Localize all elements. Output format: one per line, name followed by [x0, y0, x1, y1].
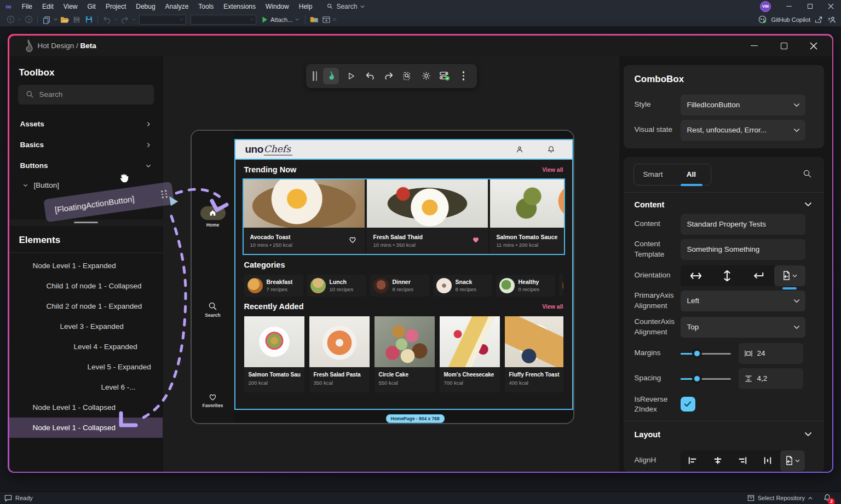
- menu-edit[interactable]: Edit: [37, 0, 59, 13]
- content-input[interactable]: Standard Property Tests: [681, 214, 805, 235]
- sync-solution-explorer-button[interactable]: [320, 14, 332, 25]
- chevron-down-icon[interactable]: [54, 18, 57, 21]
- element-row[interactable]: Level 4 - Expanded: [9, 337, 163, 357]
- spacing-value-box[interactable]: 4,2: [739, 368, 803, 389]
- feedback-icon[interactable]: [4, 495, 12, 502]
- toolbox-search-input[interactable]: [39, 90, 138, 99]
- hd-minimize-button[interactable]: [744, 38, 765, 54]
- element-row[interactable]: Child 1 of node 1 - Collapsed: [9, 276, 163, 296]
- recent-card[interactable]: Fresh Salad Pasta350 kcal: [309, 316, 370, 392]
- align-stretch-icon[interactable]: [755, 450, 780, 471]
- recent-view-all[interactable]: View all: [542, 303, 563, 310]
- more-options-button[interactable]: [454, 66, 472, 86]
- heart-filled-icon[interactable]: [471, 235, 480, 244]
- notifications-button[interactable]: 2: [823, 494, 831, 503]
- solution-configurations-dropdown[interactable]: [139, 15, 186, 25]
- close-button[interactable]: [820, 0, 841, 13]
- orientation-horizontal-icon[interactable]: [681, 265, 712, 286]
- hd-maximize-button[interactable]: [773, 38, 795, 54]
- menu-debug[interactable]: Debug: [131, 0, 160, 13]
- recent-card[interactable]: Mom's Cheesecake700 kcal: [440, 316, 500, 392]
- find-in-files-button[interactable]: [308, 14, 320, 25]
- select-repository-button[interactable]: Select Repository: [758, 495, 805, 501]
- zoom-to-fit-button[interactable]: [399, 66, 416, 86]
- app-nav-home[interactable]: [200, 206, 226, 220]
- visual-state-dropdown[interactable]: Rest, unfocused, Error...: [681, 120, 805, 141]
- redo-button[interactable]: [380, 66, 398, 86]
- margins-slider[interactable]: [681, 349, 731, 358]
- element-row[interactable]: Child 2 of node 1 - Expanded: [9, 296, 163, 316]
- toolbox-section-basics[interactable]: Basics: [9, 136, 163, 154]
- hd-close-button[interactable]: [803, 38, 825, 54]
- category-chip[interactable]: Lunch10 recipes: [307, 275, 366, 297]
- category-chip[interactable]: Healthy0 recipes: [496, 275, 555, 297]
- menu-tools[interactable]: Tools: [193, 0, 218, 13]
- solution-platforms-dropdown[interactable]: [191, 15, 256, 25]
- new-project-button[interactable]: [41, 14, 53, 25]
- spacing-slider[interactable]: [681, 374, 731, 383]
- maximize-button[interactable]: [799, 0, 820, 13]
- category-chip[interactable]: Dinner8 recipes: [370, 275, 429, 297]
- content-template-input[interactable]: Something Something: [681, 239, 805, 260]
- avatar[interactable]: VM: [760, 1, 771, 12]
- menu-extensions[interactable]: Extensions: [218, 0, 261, 13]
- copilot-label[interactable]: GitHub Copilot: [771, 16, 810, 23]
- style-dropdown[interactable]: FilledIconButton: [681, 95, 805, 115]
- chevron-down-icon[interactable]: [18, 18, 21, 21]
- device-preview[interactable]: Home Search Favorites unoChefs: [191, 130, 574, 424]
- toolbox-section-buttons[interactable]: Buttons: [9, 157, 163, 175]
- element-row[interactable]: Level 6 -...: [9, 377, 163, 397]
- margins-value-box[interactable]: 24: [739, 343, 803, 364]
- send-feedback-icon[interactable]: [827, 16, 836, 24]
- profile-icon[interactable]: [516, 146, 523, 153]
- toolbar-overflow-icon[interactable]: [332, 18, 337, 22]
- recent-card[interactable]: Salmon Tomato Sau200 kcal: [244, 316, 304, 392]
- search-icon[interactable]: [192, 302, 234, 311]
- menu-help[interactable]: Help: [294, 0, 318, 13]
- menu-analyze[interactable]: Analyze: [160, 0, 194, 13]
- theme-toggle-button[interactable]: [417, 66, 435, 86]
- save-all-button[interactable]: [83, 14, 95, 25]
- attach-button[interactable]: Attach...: [262, 16, 299, 23]
- menu-window[interactable]: Window: [261, 0, 294, 13]
- align-right-icon[interactable]: [730, 450, 756, 471]
- recent-card[interactable]: Fluffy French Toast400 kcal: [505, 316, 563, 392]
- trending-card[interactable]: Avocado Toast 10 mins • 250 kcal: [244, 179, 365, 254]
- heart-outline-icon[interactable]: [348, 235, 357, 244]
- chevron-down-icon[interactable]: [114, 18, 118, 21]
- hot-design-mode-button[interactable]: [323, 68, 339, 84]
- element-row-selected[interactable]: Node Level 1 - Collapsed: [9, 418, 163, 438]
- element-row[interactable]: Level 3 - Expanded: [9, 316, 163, 337]
- orientation-wrap-icon[interactable]: [743, 265, 774, 286]
- minimize-button[interactable]: [779, 0, 799, 13]
- isreverse-zindex-checkbox[interactable]: [681, 397, 695, 412]
- orientation-vertical-icon[interactable]: [712, 265, 743, 286]
- heart-icon[interactable]: [192, 392, 234, 401]
- menu-git[interactable]: Git: [83, 0, 101, 13]
- navigate-forward-button[interactable]: [22, 14, 34, 25]
- tab-smart[interactable]: Smart: [634, 164, 672, 185]
- menu-view[interactable]: View: [59, 0, 83, 13]
- trending-card[interactable]: Fresh Salad Thaid 10 mins • 350 kcal: [367, 179, 488, 254]
- category-chip[interactable]: [559, 275, 563, 297]
- category-chip[interactable]: Snack8 recipes: [433, 275, 492, 297]
- element-row[interactable]: Node Level 1 - Expanded: [9, 256, 163, 276]
- design-canvas[interactable]: Home Search Favorites unoChefs: [163, 56, 619, 472]
- toolbar-drag-handle[interactable]: [310, 66, 320, 86]
- redo-button[interactable]: [119, 14, 131, 25]
- chevron-down-icon[interactable]: [132, 18, 136, 21]
- share-icon[interactable]: [815, 16, 823, 24]
- undo-button[interactable]: [361, 66, 378, 86]
- toolbox-search[interactable]: [18, 85, 154, 105]
- undo-button[interactable]: [101, 14, 113, 25]
- layout-section-header[interactable]: Layout: [624, 427, 824, 442]
- element-row[interactable]: Node Level 1 - Collapsed: [9, 397, 163, 418]
- category-chip[interactable]: Breakfast7 recipes: [244, 275, 303, 297]
- align-left-icon[interactable]: [681, 450, 706, 471]
- trending-card[interactable]: Salmon Tomato Sauce 11 mins • 200 kcal: [490, 179, 565, 254]
- tab-all[interactable]: All: [672, 164, 711, 185]
- align-center-icon[interactable]: [705, 450, 730, 471]
- bell-icon[interactable]: [548, 146, 555, 153]
- primary-axis-dropdown[interactable]: Left: [681, 291, 805, 311]
- app-page[interactable]: unoChefs Trending Now View all: [234, 139, 573, 410]
